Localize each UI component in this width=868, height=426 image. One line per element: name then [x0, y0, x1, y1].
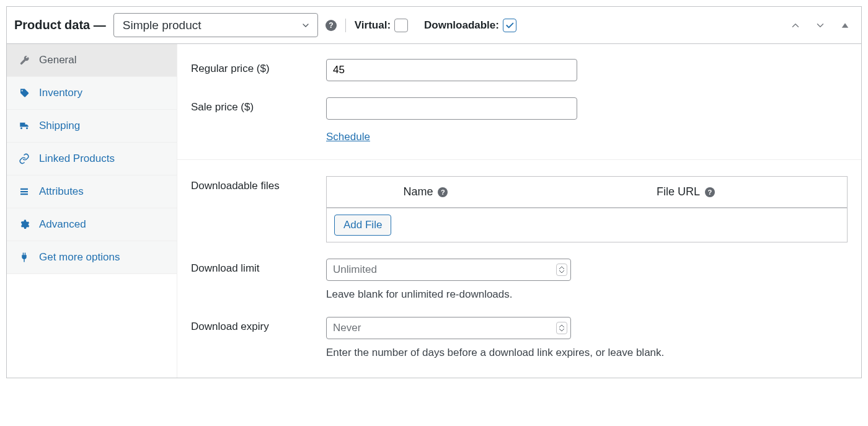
col-file-url: File URL	[657, 185, 700, 198]
list-icon	[18, 185, 30, 198]
product-type-select[interactable]: Simple product	[113, 13, 318, 37]
row-download-expiry: Download expiry Enter the number of days…	[191, 317, 848, 359]
divider	[345, 19, 346, 32]
sidebar-item-label: Advanced	[39, 218, 86, 231]
sidebar-item-general[interactable]: General	[7, 44, 177, 77]
row-sale-price: Sale price ($) Schedule	[191, 97, 848, 143]
tag-icon	[18, 87, 30, 99]
sale-price-label: Sale price ($)	[191, 97, 326, 113]
download-limit-desc: Leave blank for unlimited re-downloads.	[326, 288, 571, 301]
truck-icon	[18, 120, 30, 132]
regular-price-label: Regular price ($)	[191, 59, 326, 75]
virtual-label: Virtual:	[355, 19, 391, 32]
download-expiry-label: Download expiry	[191, 317, 326, 333]
row-regular-price: Regular price ($)	[191, 59, 848, 81]
link-icon	[18, 153, 30, 165]
panel-header: Product data — Simple product ? Virtual:…	[7, 7, 861, 44]
gear-icon	[18, 218, 30, 231]
download-limit-input[interactable]	[326, 259, 571, 281]
move-up-button[interactable]	[787, 17, 804, 34]
help-icon[interactable]: ?	[326, 20, 337, 31]
add-file-button[interactable]: Add File	[334, 215, 391, 236]
download-expiry-input[interactable]	[326, 317, 571, 339]
wrench-icon	[18, 54, 30, 66]
sidebar-item-linked-products[interactable]: Linked Products	[7, 143, 177, 175]
downloadable-files-label: Downloadable files	[191, 176, 326, 192]
sidebar-item-inventory[interactable]: Inventory	[7, 77, 177, 110]
product-type-select-wrap: Simple product	[113, 13, 318, 37]
downloadable-toggle: Downloadable:	[424, 19, 516, 32]
sidebar-item-label: General	[39, 54, 76, 66]
schedule-link[interactable]: Schedule	[326, 131, 370, 143]
sidebar-item-label: Shipping	[39, 120, 80, 132]
virtual-checkbox[interactable]	[394, 19, 408, 32]
panel-body: General Inventory Shipping Linked Produc…	[7, 44, 861, 378]
section-divider	[177, 159, 861, 160]
sidebar-item-label: Linked Products	[39, 153, 115, 165]
downloadable-label: Downloadable:	[424, 19, 499, 32]
sidebar-item-label: Inventory	[39, 87, 82, 99]
help-icon[interactable]: ?	[438, 187, 448, 197]
row-download-limit: Download limit Leave blank for unlimited…	[191, 259, 848, 301]
sidebar: General Inventory Shipping Linked Produc…	[7, 44, 177, 378]
download-expiry-desc: Enter the number of days before a downlo…	[326, 347, 664, 359]
product-data-panel: Product data — Simple product ? Virtual:…	[6, 6, 862, 378]
download-limit-label: Download limit	[191, 259, 326, 275]
sidebar-item-label: Attributes	[39, 185, 84, 198]
tab-content-general: Regular price ($) Sale price ($) Schedul…	[177, 44, 861, 378]
downloadable-checkbox[interactable]	[503, 19, 516, 32]
sidebar-item-shipping[interactable]: Shipping	[7, 110, 177, 143]
sidebar-item-more-options[interactable]: Get more options	[7, 241, 177, 274]
col-name: Name	[403, 185, 433, 198]
panel-title: Product data —	[14, 18, 106, 32]
sidebar-item-label: Get more options	[39, 251, 120, 264]
move-down-button[interactable]	[812, 17, 829, 34]
row-downloadable-files: Downloadable files Name ?	[191, 176, 848, 242]
regular-price-input[interactable]	[326, 59, 577, 81]
collapse-button[interactable]	[836, 17, 854, 34]
help-icon[interactable]: ?	[705, 187, 715, 197]
downloadable-files-table: Name ? File URL ?	[326, 176, 848, 242]
sidebar-item-advanced[interactable]: Advanced	[7, 208, 177, 241]
sidebar-item-attributes[interactable]: Attributes	[7, 175, 177, 208]
sale-price-input[interactable]	[326, 97, 577, 120]
plug-icon	[18, 251, 30, 264]
virtual-toggle: Virtual:	[355, 19, 408, 32]
